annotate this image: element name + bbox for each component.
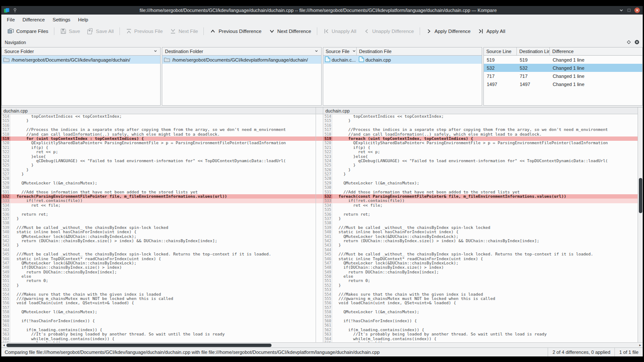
close-button[interactable] [634,7,640,13]
file-list: duchain.c... duchain.cpp [323,56,482,106]
scroll-left-icon[interactable]: ◂ [1,343,6,347]
kompare-window: file:///home/sergobot/Documents/GCI/kdev… [1,6,643,356]
apply-all-button[interactable]: Apply All [474,26,508,36]
file-row[interactable]: duchain.c... duchain.cpp [323,56,482,64]
code-line-551: 551 return 0; [1,279,316,283]
source-line-header[interactable]: Source Line [484,47,517,55]
code-line-553: 553 [1,288,316,292]
code-line-516: 516 [1,123,316,128]
difference-list-header: Source Line Destination Lin Difference [483,47,643,56]
code-line-552: 552 } [1,283,316,288]
horizontal-scrollbar-thumb[interactable] [6,344,271,347]
float-dock-icon[interactable] [627,40,631,45]
vertical-scrollbar-thumb[interactable] [639,178,642,213]
source-file-header[interactable]: Source File [323,47,357,55]
next-file-button[interactable]: Next File [167,26,201,36]
status-bar: Comparing file file:///home/sergobot/Doc… [1,347,643,356]
source-folder-list: /home/sergobot/Documents/GCI/kdev/langua… [1,56,161,106]
code-line-543: 543 } [1,243,316,247]
compare-files-button[interactable]: Compare Files [4,26,51,36]
code-line-544: 544 [1,248,316,252]
toolbar: Compare Files Save Save All Previous Fil… [1,25,643,38]
difference-row[interactable]: 532532Changed 1 line [484,64,642,72]
code-line-555: 555 ///@warning m_chainsMutex must NOT b… [323,297,638,301]
code-line-546: 546 static inline TopDUContext* readChai… [1,257,316,261]
code-line-556: 556 void loadChain(uint index, QSet<uint… [323,301,638,305]
pin-icon[interactable] [12,8,18,13]
code-line-519: 519 for (uint topContextIndex : topConte… [1,136,316,141]
diff-connector-header [316,107,323,114]
code-line-564: 564 while(m_loading.contains(index)) { [1,337,316,341]
toolbar-separator [317,27,317,35]
apply-difference-button[interactable]: Apply Difference [423,26,474,36]
code-line-539: 539 ///Must be called _without_ the chai… [323,226,638,230]
save-all-button[interactable]: Save All [84,26,117,36]
unapply-difference-button[interactable]: Unapply Difference [360,26,417,36]
destination-code-view[interactable]: 514 topContextIndices << topContextIndex… [323,114,638,342]
menu-item-difference[interactable]: Difference [19,15,49,24]
code-line-563: 563 //It's probably being loaded by anot… [1,332,316,336]
code-line-536: 536 return ret; [323,212,638,217]
destination-file-header[interactable]: Destination File [357,47,482,55]
unapply-all-button[interactable]: Unapply All [320,26,360,36]
source-folder-item[interactable]: /home/sergobot/Documents/GCI/kdev/langua… [2,56,160,64]
code-line-523: 523 }else{ [1,154,316,159]
source-code-view[interactable]: 514 topContextIndices << topContextIndex… [1,114,316,342]
code-line-546: 546 static inline TopDUContext* readChai… [323,257,638,261]
code-line-534: 534 ret << file; [1,203,316,208]
code-line-533: 533 if(!ret.contains(file)) [1,199,316,203]
close-dock-icon[interactable] [635,40,639,45]
destination-folder-combo[interactable]: Destination Folder [162,47,321,56]
difference-row[interactable]: 717717Changed 1 line [484,72,642,80]
toolbar-separator [54,27,54,35]
vertical-scrollbar[interactable] [638,107,643,342]
file-list-header: Source File Destination File [323,47,482,56]
difference-row[interactable]: 519519Changed 1 line [484,56,642,64]
previous-difference-button[interactable]: Previous Difference [206,26,264,36]
difference-list-panel: Source Line Destination Lin Difference 5… [483,47,643,106]
code-line-561: 561 [1,323,316,327]
code-line-523: 523 }else{ [323,154,638,159]
title-bar[interactable]: file:///home/sergobot/Documents/GCI/kdev… [1,6,643,15]
previous-file-button[interactable]: Previous File [122,26,166,36]
difference-row[interactable]: 14971497Changed 1 line [484,80,642,88]
code-line-522: 522 ret << p; [323,150,638,154]
code-line-547: 547 QMutexLocker lock(&DUChain::chainsBy… [1,261,316,265]
code-line-525: 525 } [323,163,638,167]
menu-bar: FileDifferenceSettingsHelp [1,15,643,25]
destination-file-name: duchain.cpp [366,57,391,62]
code-line-532: 532 foreach(const ParsingEnvironmentFile… [323,194,638,199]
code-line-521: 521 if(p) { [1,145,316,150]
code-line-559: 559 [1,315,316,319]
menu-item-settings[interactable]: Settings [49,15,75,24]
destination-line-header[interactable]: Destination Lin [517,47,550,55]
difference-header[interactable]: Difference [550,47,642,55]
source-pane-title: duchain.cpp [1,107,316,114]
source-pane: duchain.cpp 514 topContextIndices << top… [1,107,316,342]
code-line-541: 541 QMutexLocker lock(&DUChain::chainsBy… [323,234,638,239]
code-line-540: 540 static inline bool hasChainForIndex(… [1,230,316,234]
chevron-down-icon [352,49,356,54]
destination-pane: duchain.cpp 514 topContextIndices << top… [323,107,638,342]
code-line-519: 519 foreach (uint topContextIndex, topCo… [323,136,638,141]
code-line-551: 551 return 0; [323,279,638,283]
code-line-537: 537 } [1,217,316,221]
source-folder-combo[interactable]: Source Folder [1,47,161,56]
menu-item-help[interactable]: Help [74,15,92,24]
next-difference-button[interactable]: Next Difference [265,26,314,36]
code-line-554: 554 ///Makes sure that the chain with th… [323,292,638,297]
maximize-button[interactable] [627,8,631,12]
code-line-540: 540 static inline bool hasChainForIndex(… [323,230,638,234]
code-line-543: 543 } [323,243,638,247]
destination-folder-item[interactable]: /home/sergobot/Documents/GCI/kdevplatfor… [162,56,321,64]
menu-item-file[interactable]: File [3,15,19,24]
code-line-525: 525 } [1,163,316,167]
minimize-button[interactable] [619,8,624,13]
horizontal-scrollbar[interactable]: ◂ ▸ [1,342,643,347]
code-line-562: 562 if(m_loading.contains(index)) { [1,328,316,332]
scroll-right-icon[interactable]: ▸ [638,343,643,347]
save-button[interactable]: Save [57,26,83,36]
differences-status: 2 of 4 differences, 0 applied [548,348,614,356]
horizontal-scrollbar-track[interactable] [6,343,638,347]
code-line-560: 560 if(!hasChainForIndex(index)) { [1,319,316,323]
